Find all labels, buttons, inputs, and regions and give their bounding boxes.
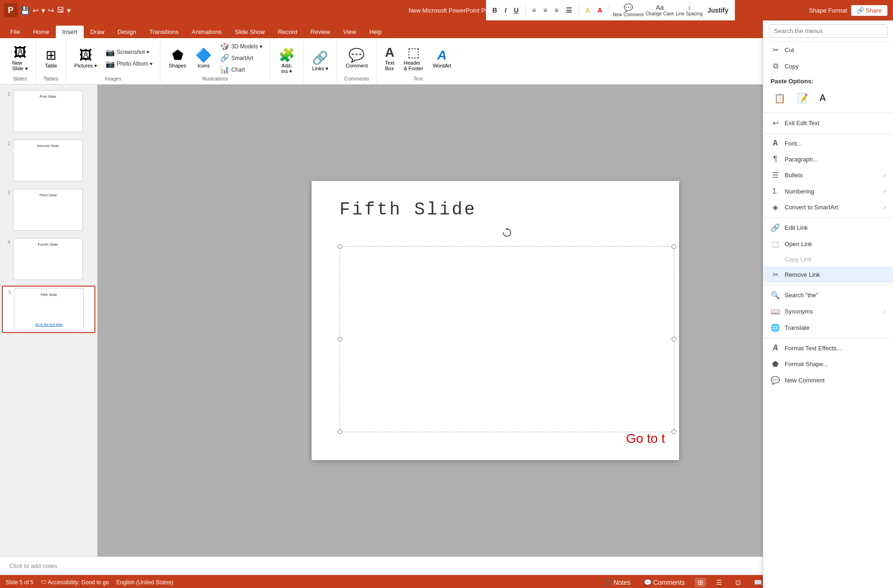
slide-thumb-2[interactable]: 2 Second Slide — [2, 138, 95, 183]
italic-button[interactable]: I — [502, 6, 509, 15]
tab-view[interactable]: View — [337, 26, 363, 38]
format-text-effects-item[interactable]: A Format Text Effects... — [763, 340, 893, 356]
wordart-button[interactable]: A WordArt — [429, 46, 455, 70]
text-box-button[interactable]: A TextBox — [381, 43, 398, 73]
notes-button[interactable]: 🎵 Notes — [601, 578, 633, 587]
font-item[interactable]: A Font... — [763, 135, 893, 151]
tab-slideshow[interactable]: Slide Show — [228, 26, 271, 38]
justify-button[interactable]: ☰ — [563, 6, 575, 15]
smartart-button[interactable]: 🔗 SmartArt — [217, 53, 265, 63]
convert-smartart-arrow: › — [884, 204, 886, 211]
slide-thumb-4[interactable]: 4 Fourth Slide — [2, 236, 95, 282]
tab-file[interactable]: File — [4, 26, 27, 38]
ribbon: File Home Insert Draw Design Transitions… — [0, 20, 893, 85]
chart-icon: 📊 — [220, 65, 229, 74]
paste-text-only-button[interactable]: A — [816, 89, 829, 108]
handle-mid-left[interactable] — [338, 337, 342, 341]
underline-button[interactable]: U — [511, 6, 521, 15]
slide-thumb-1[interactable]: 1 First Slide — [2, 88, 95, 134]
numbering-item[interactable]: 1. Numbering › — [763, 183, 893, 199]
chart-button[interactable]: 📊 Chart — [217, 64, 265, 75]
line-spacing-button[interactable]: ↕ Line Spacing — [676, 4, 703, 16]
ribbon-group-images-items: 🖼 Pictures ▾ 📷 Screenshot ▾ 📷 Photo Albu… — [71, 41, 155, 75]
tab-animations[interactable]: Animations — [185, 26, 228, 38]
pictures-button[interactable]: 🖼 Pictures ▾ — [71, 46, 101, 71]
text-box-selected[interactable] — [340, 246, 674, 432]
comments-button[interactable]: 💬 Comments — [641, 578, 688, 587]
highlight-button[interactable]: A — [583, 6, 593, 15]
handle-top-left[interactable] — [338, 244, 342, 249]
undo-dropdown[interactable]: ▾ — [41, 6, 45, 15]
screenshot-icon: 📷 — [106, 48, 115, 57]
wordart-label: WordArt — [433, 63, 451, 68]
slide-sorter-button[interactable]: ⊡ — [733, 578, 744, 587]
context-search-input[interactable] — [769, 24, 887, 38]
tab-insert[interactable]: Insert — [56, 26, 84, 38]
notes-bar[interactable]: Click to add notes — [0, 556, 893, 575]
format-shape-item[interactable]: ⬟ Format Shape... — [763, 356, 893, 372]
align-right-button[interactable]: ≡ — [552, 6, 561, 15]
format-shape-label: Format Shape... — [785, 361, 886, 368]
normal-view-button[interactable]: ⊞ — [695, 578, 706, 587]
convert-smartart-item[interactable]: ◈ Convert to SmartArt › — [763, 199, 893, 215]
customize-button[interactable]: ▾ — [67, 6, 71, 15]
tab-record[interactable]: Record — [271, 26, 304, 38]
change-case-button[interactable]: Aa Change Case — [646, 4, 674, 16]
exit-edit-label: Exit Edit Text — [785, 120, 886, 127]
slide-canvas[interactable]: Fifth Slide Go to t — [312, 181, 679, 460]
screenshot-button[interactable]: 📷 Screenshot ▾ — [103, 47, 155, 58]
exit-edit-text-item[interactable]: ↩ Exit Edit Text — [763, 115, 893, 131]
cut-item[interactable]: ✂ Cut — [763, 42, 893, 58]
paste-keep-source-button[interactable]: 📋 — [771, 89, 789, 108]
paste-merge-button[interactable]: 📝 — [793, 89, 812, 108]
translate-item[interactable]: 🌐 Translate — [763, 320, 893, 336]
undo-button[interactable]: ↩ — [33, 6, 39, 15]
remove-link-item[interactable]: ✂ Remove Link — [763, 267, 893, 283]
redo-button[interactable]: ↪ — [48, 6, 54, 15]
3d-models-button[interactable]: 🎲 3D Models ▾ — [217, 41, 265, 52]
icons-button[interactable]: 🔷 Icons — [192, 46, 215, 70]
align-center-button[interactable]: ≡ — [540, 6, 550, 15]
handle-top-right[interactable] — [672, 244, 676, 249]
addins-button[interactable]: 🧩 Add-ins ▾ — [275, 46, 299, 76]
justify-btn2[interactable]: Justify — [705, 6, 731, 15]
slide-thumb-3[interactable]: 3 Third Slide — [2, 187, 95, 233]
font-color-button[interactable]: A — [595, 6, 605, 15]
table-button[interactable]: ⊞ Table — [41, 46, 61, 70]
align-left-button[interactable]: ≡ — [529, 6, 539, 15]
synonyms-item[interactable]: 📖 Synonyms › — [763, 303, 893, 320]
handle-mid-right[interactable] — [672, 337, 676, 341]
tab-draw[interactable]: Draw — [84, 26, 111, 38]
rotate-handle[interactable] — [502, 228, 512, 237]
bullets-item[interactable]: ☰ Bullets › — [763, 167, 893, 183]
save-button[interactable]: 💾 — [20, 6, 30, 15]
shapes-button[interactable]: ⬟ Shapes — [165, 46, 190, 70]
links-button[interactable]: 🔗 Links ▾ — [308, 48, 332, 74]
text-box-icon: A — [385, 45, 394, 60]
copy-item[interactable]: ⧉ Copy — [763, 58, 893, 74]
tab-help[interactable]: Help — [363, 26, 388, 38]
tab-design[interactable]: Design — [111, 26, 143, 38]
share-button[interactable]: 🔗 Share — [851, 5, 887, 16]
header-footer-button[interactable]: ⬚ Header& Footer — [400, 43, 427, 73]
new-comment-button[interactable]: 💬 New Comment — [613, 3, 644, 17]
open-link-item[interactable]: ⬚ Open Link — [763, 236, 893, 252]
search-the-item[interactable]: 🔍 Search "the" — [763, 287, 893, 303]
handle-bottom-right[interactable] — [672, 429, 676, 434]
edit-link-item[interactable]: 🔗 Edit Link — [763, 220, 893, 236]
paragraph-item[interactable]: ¶ Paragraph... — [763, 151, 893, 167]
tab-transitions[interactable]: Transitions — [143, 26, 185, 38]
photo-album-button[interactable]: 📷 Photo Album ▾ — [103, 59, 155, 69]
outline-view-button[interactable]: ☰ — [713, 578, 725, 587]
comment-button[interactable]: 💬 Comment — [342, 46, 372, 70]
tab-home[interactable]: Home — [27, 26, 56, 38]
new-comment-ctx-item[interactable]: 💬 New Comment — [763, 372, 893, 388]
bold-button[interactable]: B — [490, 6, 500, 15]
slide-thumb-5[interactable]: 5 Fifth Slide Go to the first slide — [2, 286, 95, 333]
tab-review[interactable]: Review — [304, 26, 337, 38]
new-slide-button[interactable]: 🖼 NewSlide ▾ — [8, 43, 32, 74]
translate-icon: 🌐 — [771, 323, 780, 332]
open-link-label: Open Link — [785, 241, 886, 247]
save-to-desktop-button[interactable]: 🖫 — [57, 6, 64, 14]
handle-bottom-left[interactable] — [338, 429, 342, 434]
